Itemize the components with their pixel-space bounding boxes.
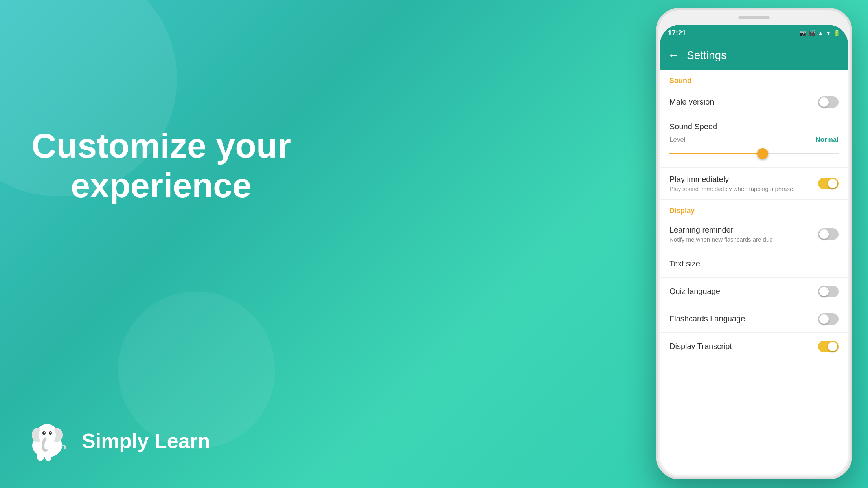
play-immediately-knob: [828, 179, 837, 188]
display-transcript-label: Display Transcript: [669, 342, 818, 351]
play-immediately-text: Play immediately Play sound immediately …: [669, 175, 818, 192]
sound-speed-label: Sound Speed: [669, 122, 839, 131]
quiz-language-text: Quiz language: [669, 287, 818, 296]
learning-reminder-sublabel: Notify me when new flashcards are due: [669, 236, 818, 243]
phone-screen: 17:21 📷 🎬 ▲ ▼ 🔋 ← Settings Sound: [660, 25, 848, 475]
speed-level-label: Level: [669, 136, 686, 144]
status-time: 17:21: [668, 29, 686, 37]
phone-power-button: [851, 88, 852, 119]
phone-volume-button-mid: [656, 99, 657, 127]
quiz-language-toggle[interactable]: [818, 286, 839, 297]
display-transcript-text: Display Transcript: [669, 342, 818, 351]
male-version-text: Male version: [669, 97, 818, 106]
male-version-toggle[interactable]: [818, 96, 839, 108]
slider-fill: [669, 153, 767, 154]
svg-rect-10: [37, 453, 44, 461]
app-bar-title: Settings: [687, 49, 726, 62]
play-immediately-sublabel: Play sound immediately when tapping a ph…: [669, 185, 818, 192]
section-sound-header: Sound: [660, 70, 848, 88]
wifi-icon: ▼: [826, 30, 831, 36]
brand-name: Simply Learn: [82, 429, 210, 453]
section-display-header: Display: [660, 200, 848, 218]
brand-area: Simply Learn: [24, 417, 210, 464]
display-transcript-toggle[interactable]: [818, 341, 839, 352]
text-size-label: Text size: [669, 259, 839, 268]
phone-device: 17:21 📷 🎬 ▲ ▼ 🔋 ← Settings Sound: [656, 8, 852, 479]
camera-icon: 📷: [800, 30, 806, 36]
flashcards-language-text: Flashcards Language: [669, 314, 818, 323]
play-immediately-item: Play immediately Play sound immediately …: [660, 168, 848, 200]
sound-speed-section: Sound Speed Level Normal: [660, 116, 848, 168]
male-version-item: Male version: [660, 88, 848, 116]
elephant-logo-icon: [24, 417, 71, 464]
play-immediately-label: Play immediately: [669, 175, 818, 184]
back-button[interactable]: ←: [668, 49, 679, 62]
speed-level-row: Level Normal: [669, 136, 839, 144]
app-bar: ← Settings: [660, 41, 848, 70]
display-transcript-item: Display Transcript: [660, 333, 848, 360]
quiz-language-item: Quiz language: [660, 278, 848, 305]
svg-point-9: [44, 449, 48, 452]
display-transcript-knob: [828, 342, 837, 351]
svg-point-5: [42, 431, 46, 435]
svg-point-8: [50, 432, 51, 433]
phone-speaker: [738, 16, 770, 19]
quiz-language-label: Quiz language: [669, 287, 818, 296]
learning-reminder-label: Learning reminder: [669, 226, 818, 235]
text-size-item[interactable]: Text size: [660, 250, 848, 278]
flashcards-language-toggle[interactable]: [818, 313, 839, 325]
left-panel: Customize your experience: [0, 0, 322, 488]
phone-volume-button-bot: [656, 135, 657, 162]
learning-reminder-knob: [819, 229, 829, 239]
svg-point-6: [49, 431, 52, 435]
hero-title: Customize your experience: [24, 126, 299, 205]
speed-level-value: Normal: [815, 136, 839, 144]
flashcards-language-knob: [819, 314, 829, 324]
status-bar: 17:21 📷 🎬 ▲ ▼ 🔋: [660, 25, 848, 41]
svg-rect-11: [45, 453, 51, 461]
phone-volume-button-top: [656, 72, 657, 92]
phone-frame: 17:21 📷 🎬 ▲ ▼ 🔋 ← Settings Sound: [656, 8, 852, 479]
play-immediately-toggle[interactable]: [818, 178, 839, 189]
svg-point-7: [44, 432, 45, 433]
male-version-knob: [819, 97, 829, 107]
slider-track: [669, 153, 839, 154]
learning-reminder-text: Learning reminder Notify me when new fla…: [669, 226, 818, 243]
video-icon: 🎬: [809, 30, 815, 36]
battery-icon: 🔋: [833, 30, 840, 36]
status-icons: 📷 🎬 ▲ ▼ 🔋: [800, 30, 840, 36]
learning-reminder-item: Learning reminder Notify me when new fla…: [660, 218, 848, 250]
flashcards-language-item: Flashcards Language: [660, 305, 848, 333]
flashcards-language-label: Flashcards Language: [669, 314, 818, 323]
settings-content: Sound Male version Sound Speed Level: [660, 70, 848, 475]
text-size-text: Text size: [669, 259, 839, 268]
male-version-label: Male version: [669, 97, 818, 106]
quiz-language-knob: [819, 287, 829, 296]
signal-icon: ▲: [818, 30, 823, 36]
learning-reminder-toggle[interactable]: [818, 228, 839, 240]
slider-thumb[interactable]: [757, 148, 768, 159]
speed-slider[interactable]: [669, 148, 839, 160]
svg-point-4: [39, 426, 56, 444]
